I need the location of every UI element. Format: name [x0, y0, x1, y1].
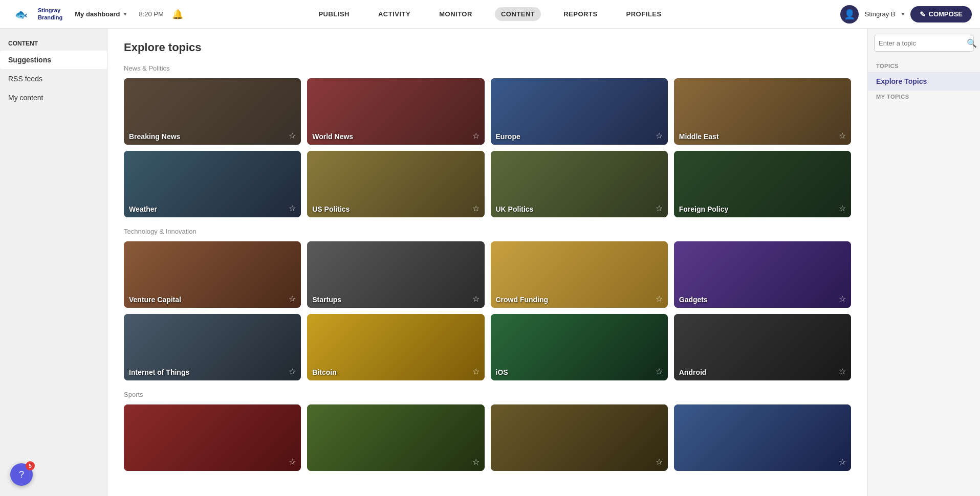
card-overlay: Bitcoin ☆ — [307, 363, 484, 380]
star-icon[interactable]: ☆ — [839, 204, 846, 213]
nav-content[interactable]: CONTENT — [495, 7, 541, 21]
compose-button[interactable]: COMPOSE — [910, 6, 972, 22]
topic-search-input[interactable] — [879, 39, 965, 47]
topic-card-venture-capital[interactable]: Venture Capital ☆ — [124, 241, 301, 308]
card-label: Venture Capital — [129, 296, 181, 304]
user-avatar-button[interactable]: 👤 — [840, 5, 859, 24]
topic-card-crowd-funding[interactable]: Crowd Funding ☆ — [491, 241, 668, 308]
star-icon[interactable]: ☆ — [472, 367, 480, 376]
section-label-news: News & Politics — [124, 64, 851, 72]
card-overlay: ☆ — [491, 453, 668, 471]
logo-text: StingrayBranding — [38, 7, 62, 20]
card-label: Weather — [129, 205, 157, 213]
topic-card-europe[interactable]: Europe ☆ — [491, 78, 668, 145]
star-icon[interactable]: ☆ — [839, 131, 846, 141]
user-menu-chevron-icon[interactable]: ▾ — [902, 11, 904, 17]
card-label: US Politics — [312, 205, 350, 213]
card-label: World News — [312, 132, 353, 141]
topbar-nav: PUBLISH ACTIVITY MONITOR CONTENT REPORTS… — [312, 7, 667, 21]
topbar: 🐟 StingrayBranding My dashboard ▾ 8:20 P… — [0, 0, 980, 29]
topic-card-us-politics[interactable]: US Politics ☆ — [307, 151, 484, 217]
star-icon[interactable]: ☆ — [839, 457, 846, 467]
star-icon[interactable]: ☆ — [289, 204, 296, 213]
card-label: UK Politics — [496, 205, 534, 213]
nav-publish[interactable]: PUBLISH — [312, 7, 356, 21]
topic-card-sports2[interactable]: ☆ — [307, 404, 484, 471]
notification-bell-icon[interactable]: 🔔 — [172, 9, 183, 20]
card-label: Gadgets — [679, 296, 708, 304]
star-icon[interactable]: ☆ — [472, 457, 480, 467]
topic-grid-news: Breaking News ☆ World News ☆ Europe ☆ Mi… — [124, 78, 851, 217]
dashboard-chevron-icon[interactable]: ▾ — [124, 11, 126, 17]
card-overlay: Gadgets ☆ — [674, 290, 851, 308]
card-overlay: ☆ — [124, 453, 301, 471]
left-sidebar: CONTENT Suggestions RSS feeds My content — [0, 29, 107, 496]
star-icon[interactable]: ☆ — [289, 131, 296, 141]
star-icon[interactable]: ☆ — [472, 131, 480, 141]
star-icon[interactable]: ☆ — [839, 367, 846, 376]
nav-profiles[interactable]: PROFILES — [620, 7, 668, 21]
card-overlay: US Politics ☆ — [307, 199, 484, 217]
topic-search-box[interactable]: 🔍 — [874, 35, 974, 52]
star-icon[interactable]: ☆ — [472, 204, 480, 213]
my-topics-section-label: MY TOPICS — [868, 91, 980, 103]
star-icon[interactable]: ☆ — [289, 367, 296, 376]
card-overlay: iOS ☆ — [491, 363, 668, 380]
card-overlay: UK Politics ☆ — [491, 199, 668, 217]
star-icon[interactable]: ☆ — [656, 131, 663, 141]
star-icon[interactable]: ☆ — [289, 457, 296, 467]
topic-card-foreign-policy[interactable]: Foreign Policy ☆ — [674, 151, 851, 217]
card-label: iOS — [496, 368, 508, 376]
rs-item-explore-topics[interactable]: Explore Topics — [868, 72, 980, 91]
star-icon[interactable]: ☆ — [656, 457, 663, 467]
topic-card-sports4[interactable]: ☆ — [674, 404, 851, 471]
sidebar-item-my-content[interactable]: My content — [0, 88, 107, 107]
topic-card-android[interactable]: Android ☆ — [674, 314, 851, 380]
topic-card-uk-politics[interactable]: UK Politics ☆ — [491, 151, 668, 217]
topic-card-gadgets[interactable]: Gadgets ☆ — [674, 241, 851, 308]
card-label: Middle East — [679, 132, 719, 141]
topic-card-sports1[interactable]: ☆ — [124, 404, 301, 471]
topic-card-startups[interactable]: Startups ☆ — [307, 241, 484, 308]
topbar-right: 👤 Stingray B ▾ COMPOSE — [840, 5, 972, 24]
logo-fish-icon: 🐟 — [15, 8, 28, 20]
topic-card-weather[interactable]: Weather ☆ — [124, 151, 301, 217]
sidebar-item-suggestions[interactable]: Suggestions — [0, 51, 107, 69]
logo[interactable]: 🐟 StingrayBranding — [8, 4, 62, 25]
card-overlay: Android ☆ — [674, 363, 851, 380]
topic-card-bitcoin[interactable]: Bitcoin ☆ — [307, 314, 484, 380]
card-label: Android — [679, 368, 707, 376]
topic-card-ios[interactable]: iOS ☆ — [491, 314, 668, 380]
card-overlay: ☆ — [307, 453, 484, 471]
topic-card-middle-east[interactable]: Middle East ☆ — [674, 78, 851, 145]
search-icon[interactable]: 🔍 — [967, 38, 977, 48]
nav-activity[interactable]: ACTIVITY — [372, 7, 417, 21]
card-label: Startups — [312, 296, 341, 304]
topics-section-label: TOPICS — [868, 60, 980, 72]
dashboard-label[interactable]: My dashboard — [75, 10, 120, 18]
card-overlay: Venture Capital ☆ — [124, 290, 301, 308]
card-label: Europe — [496, 132, 520, 141]
star-icon[interactable]: ☆ — [656, 204, 663, 213]
star-icon[interactable]: ☆ — [289, 294, 296, 304]
support-button[interactable]: ? 5 — [10, 463, 33, 486]
sidebar-section-label: CONTENT — [0, 37, 107, 50]
section-label-sports: Sports — [124, 391, 851, 398]
topbar-left: 🐟 StingrayBranding My dashboard ▾ 8:20 P… — [8, 4, 183, 25]
topic-card-sports3[interactable]: ☆ — [491, 404, 668, 471]
nav-reports[interactable]: REPORTS — [557, 7, 603, 21]
nav-monitor[interactable]: MONITOR — [433, 7, 478, 21]
star-icon[interactable]: ☆ — [472, 294, 480, 304]
star-icon[interactable]: ☆ — [839, 294, 846, 304]
card-overlay: Internet of Things ☆ — [124, 363, 301, 380]
star-icon[interactable]: ☆ — [656, 367, 663, 376]
star-icon[interactable]: ☆ — [656, 294, 663, 304]
topic-card-world-news[interactable]: World News ☆ — [307, 78, 484, 145]
topic-card-iot[interactable]: Internet of Things ☆ — [124, 314, 301, 380]
topic-grid-tech: Venture Capital ☆ Startups ☆ Crowd Fundi… — [124, 241, 851, 380]
section-label-tech: Technology & Innovation — [124, 228, 851, 235]
sidebar-item-rss-feeds[interactable]: RSS feeds — [0, 70, 107, 88]
support-badge: 5 — [26, 461, 35, 470]
card-label: Foreign Policy — [679, 205, 728, 213]
topic-card-breaking-news[interactable]: Breaking News ☆ — [124, 78, 301, 145]
